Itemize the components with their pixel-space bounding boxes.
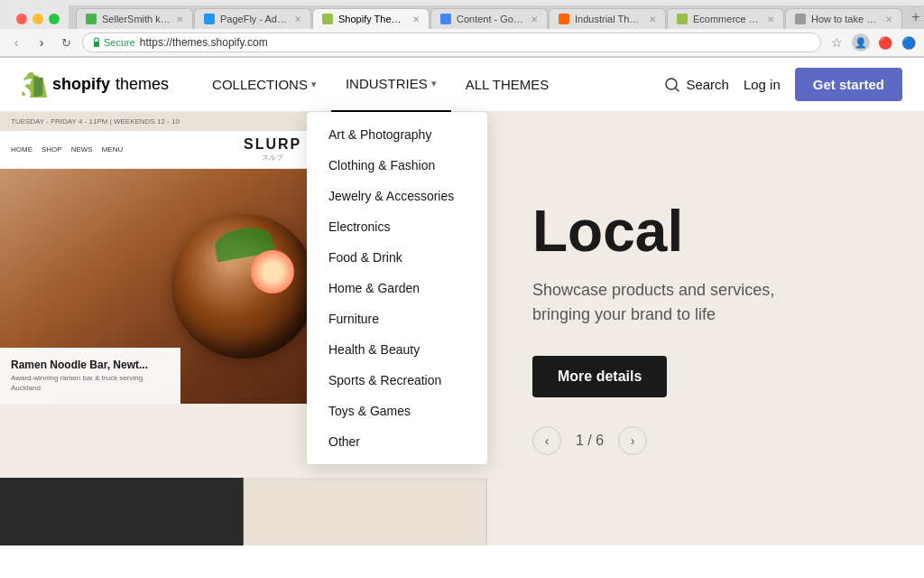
tab-favicon bbox=[440, 14, 451, 24]
close-window-button[interactable] bbox=[16, 14, 27, 24]
dropdown-item-furniture[interactable]: Furniture bbox=[307, 303, 487, 334]
tab-close-icon[interactable]: ✕ bbox=[412, 14, 420, 24]
tab-close-icon[interactable]: ✕ bbox=[649, 14, 656, 24]
hero-next-button[interactable]: › bbox=[618, 426, 647, 455]
secure-indicator: Secure bbox=[92, 37, 135, 48]
dropdown-item-health[interactable]: Health & Beauty bbox=[307, 334, 487, 365]
tab-favicon bbox=[204, 14, 215, 24]
bowl-circle bbox=[171, 214, 316, 359]
tab-favicon bbox=[795, 14, 806, 24]
nav-links: COLLECTIONS ▾ INDUSTRIES ▾ ALL THEMES bbox=[198, 58, 563, 112]
svg-point-1 bbox=[666, 79, 677, 89]
preview-logo-text: SLURP bbox=[244, 136, 301, 153]
maximize-window-button[interactable] bbox=[49, 14, 60, 24]
hero-counter: 1 / 6 bbox=[576, 433, 604, 449]
toolbar-icons: ☆ 👤 🔴 🔵 bbox=[828, 33, 917, 51]
tab-close-icon[interactable]: ✕ bbox=[294, 14, 301, 24]
tab-label: Shopify Themes ... bbox=[338, 14, 407, 24]
collections-nav-item[interactable]: COLLECTIONS ▾ bbox=[198, 58, 331, 112]
preview-store-subtitle: Award-winning ramen bar & truck serving … bbox=[11, 374, 170, 393]
preview-logo: SLURP スルプ bbox=[244, 136, 301, 163]
tab-close-icon[interactable]: ✕ bbox=[176, 14, 183, 24]
logo[interactable]: shopify themes bbox=[22, 72, 169, 98]
account-icon[interactable]: 👤 bbox=[852, 33, 870, 51]
tab-google-content[interactable]: Content - Google ... ✕ bbox=[430, 8, 548, 29]
tab-shopify-themes[interactable]: Shopify Themes ... ✕ bbox=[312, 8, 430, 29]
dropdown-item-electronics[interactable]: Electronics bbox=[307, 211, 487, 242]
address-bar: ‹ › ↻ Secure https://themes.shopify.com … bbox=[0, 29, 924, 57]
tab-label: SellerSmith keywo... bbox=[102, 14, 171, 24]
get-started-button[interactable]: Get started bbox=[795, 68, 902, 101]
reload-button[interactable]: ↻ bbox=[58, 36, 75, 50]
tab-favicon bbox=[559, 14, 569, 24]
forward-button[interactable]: › bbox=[32, 33, 51, 51]
hero-prev-button[interactable]: ‹ bbox=[532, 426, 561, 455]
search-button[interactable]: Search bbox=[664, 77, 729, 93]
all-themes-nav-item[interactable]: ALL THEMES bbox=[451, 58, 564, 112]
industries-dropdown: Art & Photography Clothing & Fashion Jew… bbox=[307, 112, 487, 464]
tabs-bar: SellerSmith keywo... ✕ PageFly - Advanc.… bbox=[69, 5, 924, 29]
tab-screenshot[interactable]: How to take a scr... ✕ bbox=[785, 8, 902, 29]
hero-right: Local Showcase products and services, br… bbox=[487, 112, 924, 545]
url-text: https://themes.shopify.com bbox=[140, 36, 268, 49]
dropdown-item-jewelry[interactable]: Jewelry & Accessories bbox=[307, 181, 487, 211]
bookmark-icon[interactable]: ☆ bbox=[828, 34, 845, 51]
dropdown-item-clothing[interactable]: Clothing & Fashion bbox=[307, 150, 487, 181]
dropdown-item-sports[interactable]: Sports & Recreation bbox=[307, 365, 487, 396]
logo-themes: themes bbox=[116, 75, 169, 94]
tab-favicon bbox=[677, 14, 688, 24]
preview-nav-menu: MENU bbox=[102, 145, 124, 154]
traffic-lights bbox=[7, 6, 69, 28]
hero-title: Local bbox=[532, 202, 879, 260]
dropdown-item-food[interactable]: Food & Drink bbox=[307, 242, 487, 273]
preview-hours: TUESDAY - FRIDAY 4 - 11PM | WEEKENDS 12 … bbox=[11, 117, 180, 126]
hero-description: Showcase products and services, bringing… bbox=[532, 278, 821, 327]
bowl-egg bbox=[251, 250, 294, 294]
shopify-logo-icon bbox=[22, 72, 47, 98]
preview-nav-news: NEWS bbox=[71, 145, 93, 154]
tab-label: PageFly - Advanc... bbox=[220, 14, 289, 24]
search-icon bbox=[664, 77, 680, 93]
preview-store-title: Ramen Noodle Bar, Newt... bbox=[11, 359, 170, 371]
new-tab-button[interactable]: + bbox=[903, 5, 924, 29]
preview-nav-home: HOME bbox=[11, 145, 32, 154]
tab-close-icon[interactable]: ✕ bbox=[531, 14, 538, 24]
tab-favicon bbox=[322, 14, 333, 24]
dropdown-item-home[interactable]: Home & Garden bbox=[307, 273, 487, 303]
tab-industrial[interactable]: Industrial Theme ... ✕ bbox=[549, 8, 666, 29]
chevron-down-icon: ▾ bbox=[311, 79, 317, 90]
dropdown-item-toys[interactable]: Toys & Games bbox=[307, 396, 487, 426]
login-button[interactable]: Log in bbox=[744, 77, 781, 92]
url-bar[interactable]: Secure https://themes.shopify.com bbox=[82, 33, 821, 52]
tab-label: How to take a scr... bbox=[811, 14, 880, 24]
minimize-window-button[interactable] bbox=[32, 14, 43, 24]
thumb-light bbox=[244, 478, 487, 545]
dropdown-item-art[interactable]: Art & Photography bbox=[307, 119, 487, 150]
more-details-button[interactable]: More details bbox=[532, 356, 667, 397]
preview-nav-links: HOME SHOP NEWS MENU bbox=[11, 145, 123, 154]
back-button[interactable]: ‹ bbox=[7, 33, 25, 51]
logo-text: shopify bbox=[52, 75, 110, 94]
nav-right: Search Log in Get started bbox=[664, 68, 902, 101]
preview-logo-jp: スルプ bbox=[244, 153, 301, 163]
preview-thumbnails bbox=[0, 478, 487, 545]
navbar: shopify themes COLLECTIONS ▾ INDUSTRIES … bbox=[0, 58, 924, 112]
tab-close-icon[interactable]: ✕ bbox=[885, 14, 892, 24]
tab-close-icon[interactable]: ✕ bbox=[767, 14, 774, 24]
preview-text-overlay: Ramen Noodle Bar, Newt... Award-winning … bbox=[0, 348, 180, 404]
dropdown-item-other[interactable]: Other bbox=[307, 426, 487, 457]
browser-chrome: SellerSmith keywo... ✕ PageFly - Advanc.… bbox=[0, 0, 924, 58]
site-content: shopify themes COLLECTIONS ▾ INDUSTRIES … bbox=[0, 58, 924, 545]
industries-nav-item[interactable]: INDUSTRIES ▾ bbox=[331, 58, 451, 112]
chevron-down-icon: ▾ bbox=[431, 78, 437, 89]
svg-rect-0 bbox=[94, 42, 99, 47]
tab-sellersmith[interactable]: SellerSmith keywo... ✕ bbox=[76, 8, 193, 29]
hero-pagination: ‹ 1 / 6 › bbox=[532, 426, 879, 455]
tab-label: Content - Google ... bbox=[457, 14, 525, 24]
tab-ecommerce[interactable]: Ecommerce Webs... ✕ bbox=[667, 8, 784, 29]
extension-icon-2[interactable]: 🔵 bbox=[901, 34, 917, 51]
tab-label: Industrial Theme ... bbox=[575, 14, 643, 24]
thumb-dark bbox=[0, 478, 244, 545]
tab-pagefly[interactable]: PageFly - Advanc... ✕ bbox=[194, 8, 311, 29]
extension-icon-1[interactable]: 🔴 bbox=[877, 34, 893, 51]
